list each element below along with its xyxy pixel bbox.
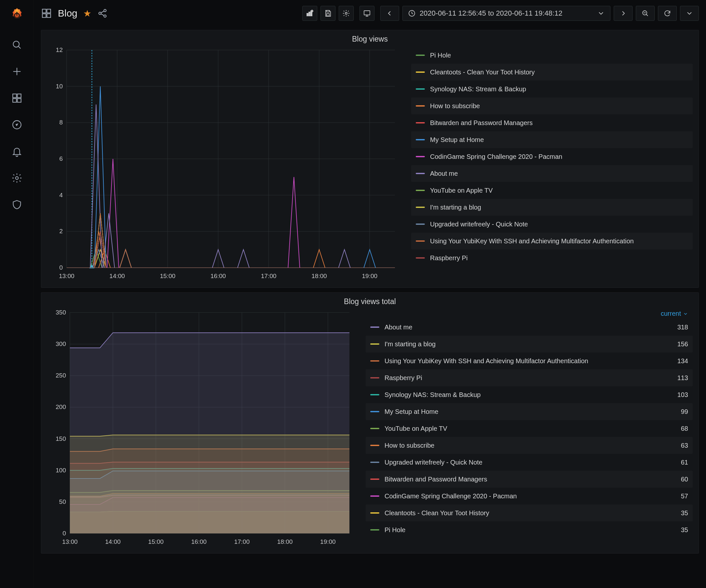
configuration-icon[interactable] [11,172,23,184]
svg-text:19:00: 19:00 [362,272,378,279]
topbar: Blog ★ [34,0,706,27]
legend-label: Using Your YubiKey With SSH and Achievin… [385,358,588,365]
dashboards-crumb-icon[interactable] [41,8,52,19]
legend-item[interactable]: Upgraded writefreely - Quick Note [411,216,693,233]
svg-text:19:00: 19:00 [320,538,336,545]
legend-item[interactable]: Cleantoots - Clean Your Toot History35 [366,505,693,521]
svg-rect-15 [47,14,50,17]
dashboards-icon[interactable] [11,92,23,104]
legend-item[interactable]: My Setup at Home [411,131,693,148]
svg-text:14:00: 14:00 [110,272,125,279]
add-panel-button[interactable] [302,6,317,21]
legend-item[interactable]: Pi Hole [411,47,693,64]
time-forward-button[interactable] [614,6,632,21]
legend-sort-button[interactable]: current [661,310,688,318]
legend-swatch [416,173,425,174]
legend-item[interactable]: CodinGame Spring Challenge 2020 - Pacman… [366,488,693,505]
explore-icon[interactable] [11,119,23,131]
refresh-button[interactable] [658,6,677,21]
legend-item[interactable]: About me318 [366,319,693,336]
svg-text:18:00: 18:00 [311,272,327,279]
svg-text:17:00: 17:00 [261,272,277,279]
shield-icon[interactable] [11,199,23,211]
alerting-icon[interactable] [11,145,23,158]
legend-label: How to subscribe [430,102,480,110]
grafana-logo[interactable] [8,6,25,25]
legend-label: Raspberry Pi [430,254,468,262]
svg-text:14:00: 14:00 [105,538,121,545]
legend-swatch [370,394,379,395]
svg-line-20 [101,14,104,15]
dashboard-settings-button[interactable] [339,6,354,21]
legend-swatch [370,478,379,480]
legend-label: CodinGame Spring Challenge 2020 - Pacman [430,153,562,161]
legend-item[interactable]: About me [411,165,693,182]
legend-swatch [416,207,425,208]
legend-item[interactable]: Pi Hole35 [366,521,693,538]
panel-title[interactable]: Blog views [41,32,699,45]
legend-item[interactable]: Cleantoots - Clean Your Toot History [411,64,693,81]
svg-text:18:00: 18:00 [277,538,293,545]
cycle-view-mode-button[interactable] [359,6,375,21]
legend-item[interactable]: How to subscribe63 [366,437,693,454]
time-back-button[interactable] [380,6,399,21]
legend-item[interactable]: I'm starting a blog156 [366,336,693,352]
panel-title[interactable]: Blog views total [41,295,699,307]
legend-label: Bitwarden and Password Managers [385,475,487,483]
chart-blog-views[interactable]: 02468101213:0014:0015:0016:0017:0018:001… [47,47,398,282]
legend-item[interactable]: CodinGame Spring Challenge 2020 - Pacman [411,148,693,165]
legend-item[interactable]: Bitwarden and Password Managers60 [366,471,693,488]
plus-icon[interactable] [11,65,23,78]
legend-swatch [370,529,379,531]
legend-item[interactable]: My Setup at Home99 [366,403,693,420]
zoom-out-button[interactable] [636,6,655,21]
legend-swatch [416,240,425,242]
legend-item[interactable]: I'm starting a blog [411,199,693,216]
chart-blog-views-total[interactable]: 05010015020025030035013:0014:0015:0016:0… [47,309,353,547]
legend-item[interactable]: Bitwarden and Password Managers [411,114,693,131]
svg-rect-14 [42,14,46,17]
svg-rect-13 [47,9,50,13]
legend-item[interactable]: Raspberry Pi113 [366,369,693,386]
svg-rect-12 [42,9,46,13]
legend-swatch [370,360,379,362]
time-range-picker[interactable]: 2020-06-11 12:56:45 to 2020-06-11 19:48:… [402,6,611,21]
legend-swatch [416,54,425,56]
legend-label: I'm starting a blog [430,204,481,211]
legend-swatch [370,327,379,328]
panel-blog-views: Blog views 02468101213:0014:0015:0016:00… [41,30,699,288]
legend-value: 35 [681,526,688,534]
svg-text:300: 300 [55,340,66,347]
svg-text:16:00: 16:00 [210,272,226,279]
legend-label: How to subscribe [385,442,434,449]
legend-item[interactable]: Synology NAS: Stream & Backup [411,81,693,97]
legend-item[interactable]: Synology NAS: Stream & Backup103 [366,386,693,403]
legend-value: 134 [677,358,688,365]
legend-swatch [370,512,379,514]
legend-swatch [370,428,379,429]
legend-swatch [370,343,379,345]
legend-label: CodinGame Spring Challenge 2020 - Pacman [385,493,517,500]
legend-label: Pi Hole [385,526,405,534]
legend-item[interactable]: Using Your YubiKey With SSH and Achievin… [366,352,693,369]
legend-item[interactable]: How to subscribe [411,97,693,114]
page-title[interactable]: Blog [58,8,77,19]
legend-swatch [416,223,425,225]
svg-text:10: 10 [56,83,63,90]
star-icon[interactable]: ★ [83,8,91,19]
share-icon[interactable] [97,8,108,19]
svg-point-1 [13,41,19,47]
legend-item[interactable]: Using Your YubiKey With SSH and Achievin… [411,233,693,250]
refresh-interval-button[interactable] [680,6,699,21]
time-range-label: 2020-06-11 12:56:45 to 2020-06-11 19:48:… [420,9,562,17]
legend-label: Cleantoots - Clean Your Toot History [385,509,489,517]
legend-item[interactable]: Raspberry Pi [411,250,693,266]
save-dashboard-button[interactable] [320,6,336,21]
legend-item[interactable]: YouTube on Apple TV [411,182,693,199]
svg-text:13:00: 13:00 [59,272,74,279]
legend-item[interactable]: YouTube on Apple TV68 [366,420,693,437]
svg-text:16:00: 16:00 [191,538,207,545]
svg-text:12: 12 [56,47,63,53]
search-icon[interactable] [11,39,23,51]
legend-item[interactable]: Upgraded writefreely - Quick Note61 [366,454,693,471]
